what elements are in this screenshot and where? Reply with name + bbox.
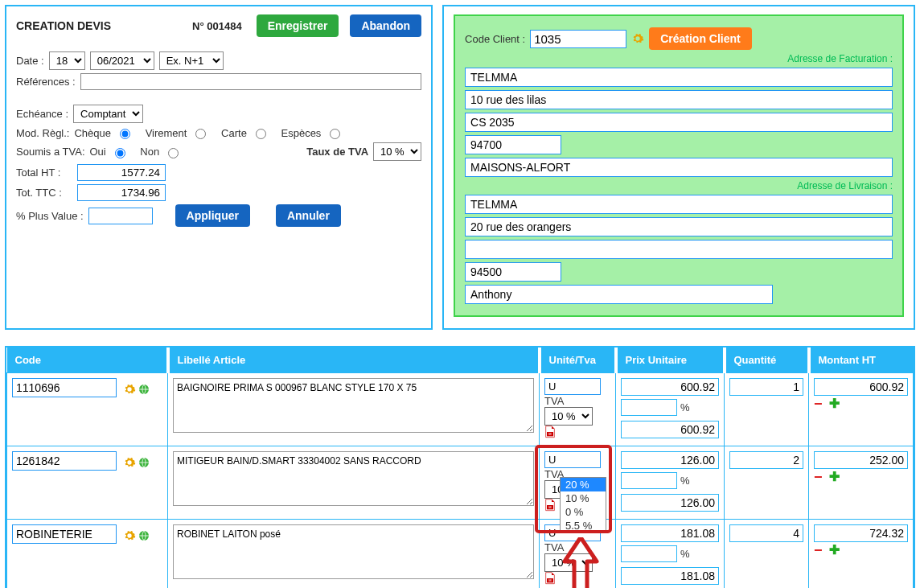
date-month-select[interactable]: 06/2021 [90,51,154,70]
tva-option[interactable]: 5.5 % [561,519,606,532]
pu-pct-input[interactable] [621,472,677,489]
date-day-select[interactable]: 18 [49,51,85,70]
livr-city[interactable] [465,285,773,304]
pdf-icon[interactable] [544,499,556,512]
pay-virement-label: Virement [146,127,187,139]
code-input[interactable] [12,378,117,397]
col-qte: Quantité [725,347,809,373]
gear-icon[interactable] [123,456,136,469]
pu-net-input[interactable] [621,421,719,438]
amount-input[interactable] [814,524,908,542]
pay-cheque-label: Chèque [74,127,111,139]
unite-input[interactable] [544,451,601,468]
date-label: Date : [16,55,44,67]
fact-line-1[interactable] [465,68,893,87]
tva-option[interactable]: 0 % [561,505,606,519]
fact-zip[interactable] [465,135,561,154]
remove-line-icon[interactable]: − [814,545,823,555]
pct-sign: % [680,401,690,413]
save-button[interactable]: Enregistrer [257,14,339,37]
tva-select[interactable]: 10 % [544,553,593,572]
pu-pct-input[interactable] [621,545,677,562]
pay-carte-radio[interactable] [256,129,266,139]
remove-line-icon[interactable]: − [814,399,823,409]
table-row: TVA 10 % % − ✚ [7,446,914,520]
pu-net-input[interactable] [621,494,719,512]
total-ht-value [77,164,166,181]
devis-number: N° 001484 [192,20,242,32]
qty-input[interactable] [729,524,803,542]
plusvalue-label: % Plus Value : [16,210,84,222]
livr-line-3[interactable] [465,240,893,259]
pu-input[interactable] [621,524,719,542]
globe-icon[interactable] [138,456,150,469]
echeance-label: Echéance : [16,108,68,120]
add-line-icon[interactable]: ✚ [829,472,840,482]
pdf-icon[interactable] [544,572,556,585]
fact-city[interactable] [465,158,893,177]
code-input[interactable] [12,524,117,544]
tva-dropdown-open[interactable]: 20 % 10 % 0 % 5.5 % [560,477,606,533]
tva-oui-radio[interactable] [115,148,125,158]
code-client-input[interactable] [530,30,626,48]
echeance-select[interactable]: Comptant [73,105,143,123]
total-ttc-label: Tot. TTC : [16,187,72,199]
plusvalue-input[interactable] [88,208,153,224]
pay-especes-radio[interactable] [330,129,340,139]
tva-select[interactable]: 10 % [544,407,593,426]
livr-line-1[interactable] [465,195,893,214]
tva-option[interactable]: 10 % [561,491,606,505]
qty-input[interactable] [729,451,803,469]
pu-pct-input[interactable] [621,399,677,416]
gear-icon[interactable] [123,383,136,396]
tva-option[interactable]: 20 % [561,478,606,491]
tva-label: TVA [544,541,564,553]
unite-input[interactable] [544,378,601,395]
libelle-textarea[interactable] [173,451,534,506]
livr-line-2[interactable] [465,217,893,236]
livr-zip[interactable] [465,262,561,282]
pu-input[interactable] [621,378,719,396]
libelle-textarea[interactable] [173,524,534,579]
code-input[interactable] [12,451,117,471]
tva-oui-label: Oui [90,146,106,158]
gear-icon[interactable] [123,529,136,542]
globe-icon[interactable] [138,383,150,396]
pu-net-input[interactable] [621,567,719,585]
col-unite: Unité/Tva [540,347,616,373]
pdf-icon[interactable] [544,426,556,438]
pay-cheque-radio[interactable] [120,129,130,139]
pct-sign: % [680,548,690,560]
fact-line-3[interactable] [465,113,893,132]
pay-virement-radio[interactable] [195,129,206,139]
apply-button[interactable]: Appliquer [175,204,250,227]
qty-input[interactable] [729,378,803,396]
references-label: Références : [16,76,76,88]
pay-carte-label: Carte [221,127,247,139]
references-input[interactable] [80,73,421,90]
date-ex-select[interactable]: Ex. N+1 [159,51,224,70]
gear-icon[interactable] [631,32,644,45]
pay-especes-label: Espèces [281,127,322,139]
amount-input[interactable] [814,451,908,469]
table-row: TVA 10 % % − ✚ [7,520,914,589]
libelle-textarea[interactable] [173,378,534,433]
create-client-button[interactable]: Création Client [649,27,752,50]
total-ht-label: Total HT : [16,167,72,179]
remove-line-icon[interactable]: − [814,472,823,482]
abandon-button[interactable]: Abandon [350,14,421,37]
client-panel: Code Client : Création Client Adresse de… [454,14,904,317]
taux-tva-label: Taux de TVA [306,146,368,158]
amount-input[interactable] [814,378,908,396]
devis-panel: CREATION DEVIS N° 001484 Enregistrer Aba… [5,5,433,330]
add-line-icon[interactable]: ✚ [829,545,840,555]
add-line-icon[interactable]: ✚ [829,399,840,409]
livraison-heading: Adresse de Livraison : [465,180,893,191]
fact-line-2[interactable] [465,90,893,109]
globe-icon[interactable] [138,529,150,542]
pu-input[interactable] [621,451,719,469]
col-libelle: Libellé Article [168,347,540,373]
cancel-plusvalue-button[interactable]: Annuler [276,204,341,227]
taux-tva-select[interactable]: 10 % [373,142,421,161]
tva-non-radio[interactable] [168,148,179,158]
